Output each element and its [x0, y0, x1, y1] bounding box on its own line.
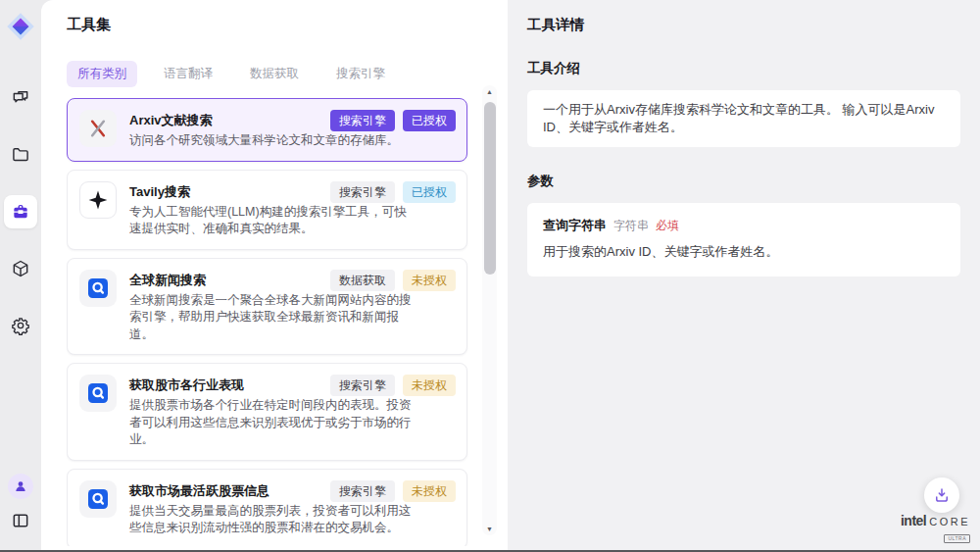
app-window: 工具集 所有类别语言翻译数据获取搜索引擎 Arxiv文献搜索 访问各个研究领域大… — [0, 0, 980, 550]
category-badge: 搜索引擎 — [330, 480, 395, 502]
category-badge: 搜索引擎 — [330, 181, 395, 203]
intel-core-logo: intel CORE ULTRA — [901, 514, 970, 543]
scroll-up-icon[interactable]: ▲ — [482, 88, 497, 95]
rail-item-cube-icon[interactable] — [4, 252, 37, 285]
folder-icon — [11, 145, 30, 165]
tool-card[interactable]: Tavily搜索 专为人工智能代理(LLM)构建的搜索引擎工具，可快速提供实时、… — [67, 170, 467, 250]
category-tab[interactable]: 数据获取 — [239, 61, 310, 87]
chat-icon — [11, 88, 30, 108]
toolbox-icon — [11, 202, 30, 222]
tool-card[interactable]: 获取市场最活跃股票信息 提供当天交易量最高的股票列表，投资者可以利用这些信息来识… — [67, 469, 467, 547]
gear-icon — [11, 316, 30, 335]
globalnews-logo-icon — [79, 480, 117, 518]
category-badge: 数据获取 — [330, 270, 395, 291]
arxiv-logo-icon — [79, 110, 117, 147]
rail-item-chat-icon[interactable] — [4, 81, 37, 115]
tool-description: 访问各个研究领域大量科学论文和文章的存储库。 — [129, 132, 417, 150]
category-tabs: 所有类别语言翻译数据获取搜索引擎 — [67, 61, 508, 87]
tool-list: Arxiv文献搜索 访问各个研究领域大量科学论文和文章的存储库。 搜索引擎 已授… — [67, 98, 470, 546]
category-tab[interactable]: 语言翻译 — [153, 61, 223, 87]
category-badge: 搜索引擎 — [330, 110, 395, 131]
scrollbar-track[interactable]: ▲ ▼ — [482, 85, 497, 535]
rail-item-toolbox-icon[interactable] — [4, 195, 37, 228]
param-name: 查询字符串 — [543, 217, 607, 234]
rail-item-gear-icon[interactable] — [4, 309, 37, 342]
intro-card: 一个用于从Arxiv存储库搜索科学论文和文章的工具。 输入可以是Arxiv ID… — [527, 90, 960, 147]
auth-status-badge: 未授权 — [403, 270, 456, 291]
param-description: 用于搜索的Arxiv ID、关键字或作者姓名。 — [543, 243, 945, 261]
core-brand-text: CORE — [929, 517, 970, 527]
page-title: 工具集 — [67, 16, 508, 34]
param-card: 查询字符串 字符串 必填 用于搜索的Arxiv ID、关键字或作者姓名。 — [527, 203, 960, 276]
tool-card[interactable]: 全球新闻搜索 全球新闻搜索是一个聚合全球各大新闻网站内容的搜索引擎，帮助用户快速… — [67, 258, 467, 356]
param-required-badge: 必填 — [656, 218, 679, 234]
category-tab[interactable]: 搜索引擎 — [325, 61, 396, 87]
rail-nav — [4, 81, 37, 342]
intel-brand-text: intel — [901, 514, 926, 527]
scroll-down-icon[interactable]: ▼ — [482, 526, 497, 532]
category-badge: 搜索引擎 — [330, 375, 395, 396]
tool-description: 全球新闻搜索是一个聚合全球各大新闻网站内容的搜索引擎，帮助用户快速获取全球最新资… — [129, 292, 417, 344]
globalnews-logo-icon — [79, 270, 117, 307]
tool-description: 专为人工智能代理(LLM)构建的搜索引擎工具，可快速提供实时、准确和真实的结果。 — [129, 204, 417, 238]
intro-text: 一个用于从Arxiv存储库搜索科学论文和文章的工具。 输入可以是Arxiv ID… — [543, 101, 945, 136]
user-avatar-icon[interactable] — [8, 474, 33, 499]
tools-panel: 工具集 所有类别语言翻译数据获取搜索引擎 Arxiv文献搜索 访问各个研究领域大… — [41, 0, 508, 550]
intro-heading: 工具介绍 — [527, 60, 960, 77]
scrollbar-thumb[interactable] — [484, 102, 496, 275]
auth-status-badge: 未授权 — [403, 480, 456, 502]
auth-status-badge: 已授权 — [403, 110, 456, 131]
tavily-star-icon — [79, 181, 117, 219]
detail-title: 工具详情 — [527, 16, 960, 34]
tool-detail-panel: 工具详情 工具介绍 一个用于从Arxiv存储库搜索科学论文和文章的工具。 输入可… — [508, 0, 980, 550]
rail-item-folder-icon[interactable] — [4, 138, 37, 172]
params-heading: 参数 — [527, 173, 960, 190]
globalnews-logo-icon — [79, 375, 117, 412]
tool-card[interactable]: Arxiv文献搜索 访问各个研究领域大量科学论文和文章的存储库。 搜索引擎 已授… — [67, 98, 467, 162]
category-tab[interactable]: 所有类别 — [67, 61, 137, 87]
param-type: 字符串 — [613, 218, 649, 234]
left-rail — [0, 0, 41, 550]
tool-description: 提供当天交易量最高的股票列表，投资者可以利用这些信息来识别流动性强的股票和潜在的… — [129, 503, 417, 537]
tool-description: 提供股票市场各个行业在特定时间段内的表现。投资者可以利用这些信息来识别表现优于或… — [129, 397, 417, 449]
ultra-badge: ULTRA — [944, 534, 970, 543]
sidebar-collapse-icon[interactable] — [9, 509, 32, 532]
app-logo-icon — [5, 11, 36, 42]
auth-status-badge: 已授权 — [403, 181, 456, 203]
auth-status-badge: 未授权 — [403, 375, 456, 396]
download-button[interactable] — [924, 477, 959, 513]
tool-card[interactable]: 获取股市各行业表现 提供股票市场各个行业在特定时间段内的表现。投资者可以利用这些… — [67, 363, 467, 461]
cube-icon — [11, 259, 30, 278]
